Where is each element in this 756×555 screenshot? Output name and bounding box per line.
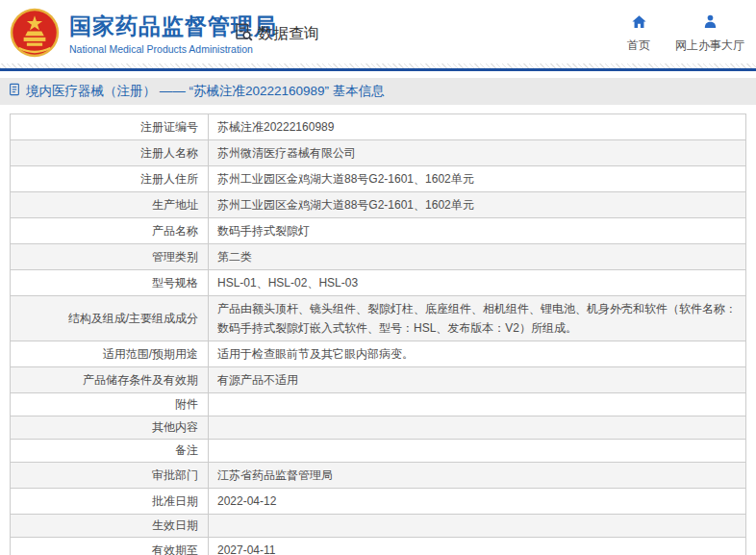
field-label: 产品储存条件及有效期 (11, 367, 209, 393)
field-label: 有效期至 (11, 538, 209, 555)
document-search-icon (234, 22, 254, 46)
field-label-text: 适用范围/预期用途 (103, 347, 198, 361)
table-row: 型号规格 HSL-01、HSL-02、HSL-03 (11, 270, 746, 296)
field-label: 附件 (11, 393, 209, 416)
nav-service-hall-label: 网上办事大厅 (675, 38, 744, 54)
field-value (209, 440, 746, 463)
field-label: 注册证编号 (11, 114, 209, 140)
field-value: 适用于检查眼前节及其它眼内部病变。 (209, 341, 746, 367)
table-row: 附件 (11, 393, 746, 416)
field-label-text: 产品名称 (152, 224, 198, 238)
field-label-text: 注册证编号 (140, 120, 198, 134)
field-label-text: 结构及组成/主要组成成分 (68, 312, 198, 325)
field-label-text: 注册人住所 (140, 172, 198, 186)
table-row: 注册人住所 苏州工业园区金鸡湖大道88号G2-1601、1602单元 (11, 166, 746, 192)
field-value: 有源产品不适用 (209, 367, 746, 393)
table-row: 注册证编号 苏械注准20222160989 (11, 114, 746, 140)
person-icon (702, 13, 718, 34)
field-label-text: 型号规格 (152, 276, 198, 290)
field-value (209, 416, 746, 440)
field-label: 备注 (11, 440, 209, 463)
info-table: 注册证编号 苏械注准20222160989 注册人名称 苏州微清医疗器械有限公司 (10, 114, 746, 555)
field-value (209, 515, 746, 538)
table-row: 结构及组成/主要组成成分 产品由额头顶杆、镜头组件、裂隙灯柱、底座组件、相机组件… (11, 296, 746, 341)
field-label: 批准日期 (11, 489, 209, 515)
field-value: 2027-04-11 (209, 538, 746, 555)
nav-data-query[interactable]: 数据查询 (234, 22, 319, 46)
table-row: 生产地址 苏州工业园区金鸡湖大道88号G2-1601、1602单元 (11, 192, 746, 218)
field-label-text: 审批部门 (152, 468, 198, 482)
table-row: 注册人名称 苏州微清医疗器械有限公司 (11, 140, 746, 166)
field-label-text: 管理类别 (152, 250, 198, 264)
field-label: 注册人名称 (11, 140, 209, 166)
field-label: 审批部门 (11, 463, 209, 489)
field-label-text: 生效日期 (152, 518, 198, 532)
national-emblem-logo (10, 8, 60, 58)
table-row: 其他内容 (11, 416, 746, 440)
table-row: 生效日期 (11, 515, 746, 538)
field-value: 苏械注准20222160989 (209, 114, 746, 140)
field-label-text: 产品储存条件及有效期 (83, 373, 198, 387)
field-label: 管理类别 (11, 244, 209, 270)
field-label: 生效日期 (11, 515, 209, 538)
field-label-text: 备注 (175, 443, 198, 457)
field-value: HSL-01、HSL-02、HSL-03 (209, 270, 746, 296)
field-label: 其他内容 (11, 416, 209, 440)
table-row: 有效期至 2027-04-11 (11, 538, 746, 555)
page-title-bar: 境内医疗器械（注册） —— “苏械注准20222160989” 基本信息 (0, 78, 756, 105)
field-label-text: 其他内容 (152, 420, 198, 434)
data-query-label: 数据查询 (258, 24, 319, 44)
spacer (0, 71, 756, 78)
top-nav: 首页 网上办事大厅 (627, 13, 744, 54)
field-label: 型号规格 (11, 270, 209, 296)
field-label-text: 有效期至 (152, 543, 198, 555)
field-label-text: 注册人名称 (140, 146, 198, 160)
field-value: 产品由额头顶杆、镜头组件、裂隙灯柱、底座组件、相机组件、锂电池、机身外壳和软件（… (209, 296, 746, 341)
table-row: 备注 (11, 440, 746, 463)
field-label-text: 批准日期 (152, 494, 198, 508)
home-icon (631, 13, 647, 34)
field-label-text: 生产地址 (152, 198, 198, 212)
nav-home-label: 首页 (627, 38, 650, 54)
document-icon (8, 83, 21, 100)
table-row: 产品名称 数码手持式裂隙灯 (11, 218, 746, 244)
table-row: 审批部门 江苏省药品监督管理局 (11, 463, 746, 489)
table-row: 批准日期 2022-04-12 (11, 489, 746, 515)
field-label-text: 附件 (175, 397, 198, 411)
field-label: 产品名称 (11, 218, 209, 244)
field-value: 第二类 (209, 244, 746, 270)
field-label: 注册人住所 (11, 166, 209, 192)
field-value: 苏州微清医疗器械有限公司 (209, 140, 746, 166)
field-value: 江苏省药品监督管理局 (209, 463, 746, 489)
info-table-body: 注册证编号 苏械注准20222160989 注册人名称 苏州微清医疗器械有限公司 (11, 114, 746, 555)
table-row: 适用范围/预期用途 适用于检查眼前节及其它眼内部病变。 (11, 341, 746, 367)
field-value: 2022-04-12 (209, 489, 746, 515)
field-value: 数码手持式裂隙灯 (209, 218, 746, 244)
page: 国家药品监督管理局 National Medical Products Admi… (0, 0, 756, 555)
table-row: 管理类别 第二类 (11, 244, 746, 270)
field-value (209, 393, 746, 416)
field-label: 生产地址 (11, 192, 209, 218)
nav-service-hall[interactable]: 网上办事大厅 (675, 13, 744, 54)
field-label: 结构及组成/主要组成成分 (11, 296, 209, 341)
spacer (0, 105, 756, 114)
nav-home[interactable]: 首页 (627, 13, 650, 54)
table-row: 产品储存条件及有效期 有源产品不适用 (11, 367, 746, 393)
field-value: 苏州工业园区金鸡湖大道88号G2-1601、1602单元 (209, 192, 746, 218)
field-value: 苏州工业园区金鸡湖大道88号G2-1601、1602单元 (209, 166, 746, 192)
page-title: 境内医疗器械（注册） —— “苏械注准20222160989” 基本信息 (26, 83, 385, 100)
field-label: 适用范围/预期用途 (11, 341, 209, 367)
site-header: 国家药品监督管理局 National Medical Products Admi… (0, 0, 756, 63)
